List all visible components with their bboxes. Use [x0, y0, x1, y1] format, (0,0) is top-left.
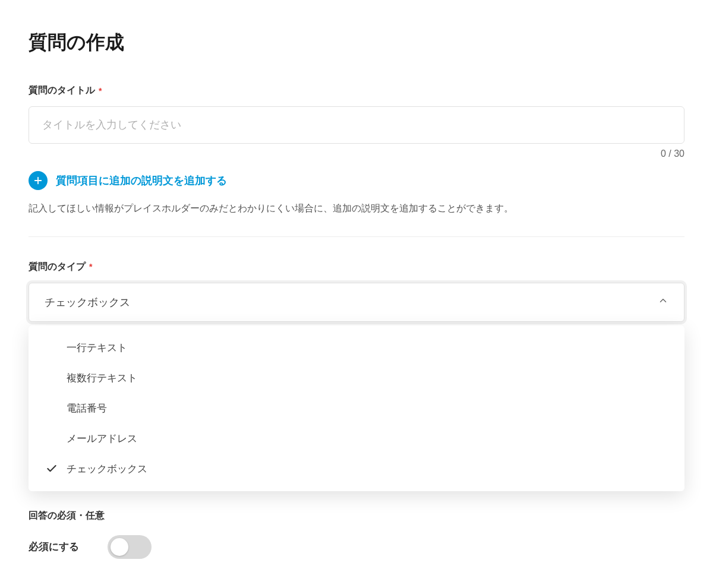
- required-section-label: 回答の必須・任意: [29, 510, 684, 522]
- check-icon: [45, 341, 58, 354]
- type-select-wrapper: チェックボックス 一行テキスト複数行テキスト電話番号メールアドレスチェックボック…: [29, 283, 684, 322]
- required-toggle[interactable]: [108, 535, 152, 559]
- type-option-label: 電話番号: [67, 402, 107, 415]
- type-select-value: チェックボックス: [45, 295, 130, 309]
- title-field-group: 質問のタイトル * 0 / 30 質問項目に追加の説明文を追加する 記入してほし…: [29, 84, 684, 216]
- add-description-label: 質問項目に追加の説明文を追加する: [56, 173, 227, 188]
- type-select[interactable]: チェックボックス: [29, 283, 684, 322]
- type-option[interactable]: 複数行テキスト: [29, 363, 684, 393]
- add-description-help: 記入してほしい情報がプレイスホルダーのみだとわかりにくい場合に、追加の説明文を追…: [29, 201, 684, 216]
- type-label-text: 質問のタイプ: [29, 261, 86, 273]
- title-label-text: 質問のタイトル: [29, 84, 95, 97]
- check-icon: [45, 371, 58, 384]
- required-toggle-row: 必須にする: [29, 535, 684, 559]
- type-option[interactable]: 電話番号: [29, 393, 684, 423]
- check-icon: [45, 462, 58, 475]
- plus-icon: [29, 171, 48, 190]
- type-option-label: メールアドレス: [67, 432, 137, 445]
- chevron-up-icon: [658, 295, 668, 309]
- add-description-button[interactable]: 質問項目に追加の説明文を追加する: [29, 171, 684, 190]
- title-input[interactable]: [29, 106, 684, 144]
- char-counter: 0 / 30: [29, 148, 684, 159]
- type-field-label: 質問のタイプ *: [29, 261, 684, 273]
- type-option-label: チェックボックス: [67, 462, 147, 476]
- type-field-group: 質問のタイプ * チェックボックス 一行テキスト複数行テキスト電話番号メールアド…: [29, 261, 684, 322]
- required-section: 回答の必須・任意 必須にする: [29, 510, 684, 559]
- required-mark: *: [99, 86, 102, 96]
- check-icon: [45, 402, 58, 415]
- toggle-knob: [111, 538, 128, 556]
- type-option-label: 一行テキスト: [67, 341, 127, 355]
- type-option[interactable]: メールアドレス: [29, 423, 684, 454]
- type-dropdown-menu: 一行テキスト複数行テキスト電話番号メールアドレスチェックボックス: [29, 325, 684, 491]
- type-option-label: 複数行テキスト: [67, 371, 137, 385]
- title-field-label: 質問のタイトル *: [29, 84, 684, 97]
- required-toggle-label: 必須にする: [29, 540, 79, 554]
- type-option[interactable]: 一行テキスト: [29, 333, 684, 363]
- required-mark: *: [89, 262, 92, 271]
- check-icon: [45, 432, 58, 445]
- divider: [29, 236, 684, 237]
- page-title: 質問の作成: [29, 30, 684, 56]
- type-option[interactable]: チェックボックス: [29, 454, 684, 484]
